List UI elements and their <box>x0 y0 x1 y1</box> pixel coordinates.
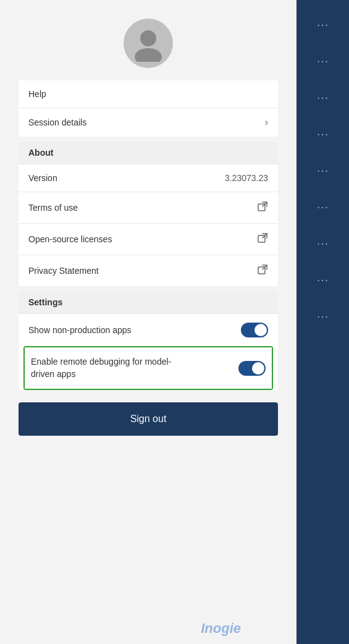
debug-toggle[interactable] <box>238 361 266 376</box>
version-value: 3.23073.23 <box>225 173 268 183</box>
opensource-item[interactable]: Open-source licenses <box>19 223 278 255</box>
debug-label: Enable remote debugging for model-driven… <box>31 356 179 380</box>
terms-item[interactable]: Terms of use <box>19 192 278 223</box>
svg-point-0 <box>140 30 156 46</box>
sidebar-dots-4[interactable]: ··· <box>296 116 349 152</box>
sidebar-dots-2[interactable]: ··· <box>296 43 349 79</box>
help-label: Help <box>28 89 46 99</box>
sign-out-button[interactable]: Sign out <box>19 402 278 436</box>
show-nonprod-item[interactable]: Show non-production apps <box>19 313 278 346</box>
external-link-icon-3 <box>257 264 268 278</box>
avatar-section <box>0 0 296 80</box>
chevron-right-icon: › <box>265 117 268 128</box>
privacy-item[interactable]: Privacy Statement <box>19 255 278 286</box>
sidebar-dots-7[interactable]: ··· <box>296 225 349 261</box>
debug-item[interactable]: Enable remote debugging for model-driven… <box>25 347 272 389</box>
show-nonprod-label: Show non-production apps <box>28 325 132 335</box>
avatar-icon <box>130 25 167 62</box>
about-card: About Version 3.23073.23 Terms of use Op… <box>19 142 278 286</box>
about-header: About <box>19 142 278 164</box>
external-link-icon-2 <box>257 232 268 246</box>
sidebar-dots-6[interactable]: ··· <box>296 189 349 225</box>
show-nonprod-toggle[interactable] <box>241 323 268 337</box>
terms-label: Terms of use <box>28 203 78 213</box>
help-session-card: Help Session details › <box>19 80 278 137</box>
sidebar-dots-1[interactable]: ··· <box>296 6 349 43</box>
sidebar-dots-8[interactable]: ··· <box>296 261 349 298</box>
opensource-label: Open-source licenses <box>28 234 112 244</box>
session-details-label: Session details <box>28 117 86 127</box>
settings-card: Settings Show non-production apps Enable… <box>19 291 278 390</box>
privacy-label: Privacy Statement <box>28 266 99 276</box>
settings-header: Settings <box>19 291 278 313</box>
sidebar-dots-5[interactable]: ··· <box>296 152 349 189</box>
watermark: Inogie <box>201 621 241 637</box>
sign-out-section: Sign out <box>19 402 278 436</box>
help-item[interactable]: Help <box>19 80 278 108</box>
version-item: Version 3.23073.23 <box>19 164 278 192</box>
sidebar-dots-3[interactable]: ··· <box>296 79 349 116</box>
version-label: Version <box>28 173 57 183</box>
right-sidebar: ··· ··· ··· ··· ··· ··· ··· ··· ··· <box>296 0 349 644</box>
menu-container: Help Session details › About Version 3.2… <box>19 80 278 436</box>
avatar <box>124 19 173 68</box>
debug-item-wrapper: Enable remote debugging for model-driven… <box>23 346 273 390</box>
sidebar-dots-9[interactable]: ··· <box>296 298 349 334</box>
svg-point-1 <box>135 48 162 62</box>
main-panel: Help Session details › About Version 3.2… <box>0 0 296 644</box>
external-link-icon <box>257 201 268 214</box>
session-details-item[interactable]: Session details › <box>19 108 278 137</box>
